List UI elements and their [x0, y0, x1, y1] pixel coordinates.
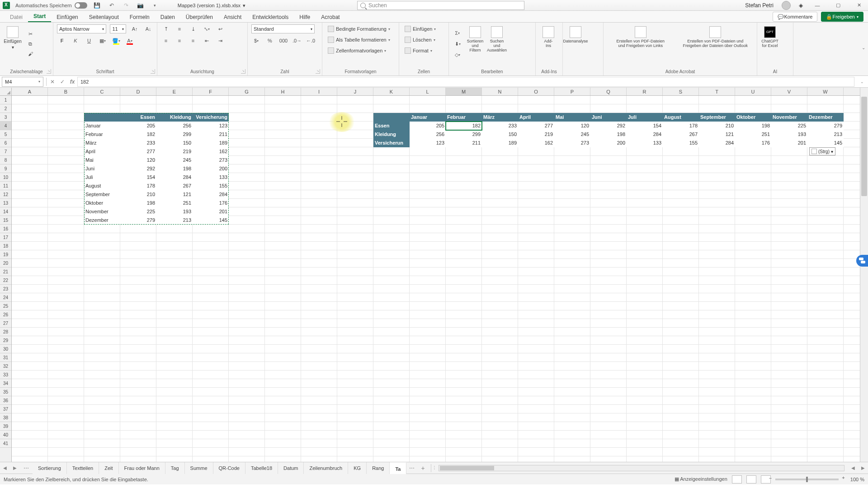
cell[interactable]: Januar — [410, 113, 446, 122]
tab-hilfe[interactable]: Hilfe — [294, 12, 316, 22]
col-header-C[interactable]: C — [84, 88, 120, 95]
tab-entwicklertools[interactable]: Entwicklertools — [247, 12, 294, 22]
sheet-tab-Rang[interactable]: Rang — [367, 462, 390, 474]
cell[interactable]: 210 — [120, 190, 156, 199]
delete-cells[interactable]: Löschen — [403, 35, 445, 44]
col-header-U[interactable]: U — [735, 88, 771, 95]
cell[interactable]: 201 — [193, 207, 229, 216]
cell[interactable]: 133 — [193, 173, 229, 182]
col-header-P[interactable]: P — [554, 88, 590, 95]
column-headers[interactable]: ABCDEFGHIJKLMNOPQRSTUVW — [12, 88, 860, 96]
vertical-scrollbar[interactable] — [860, 88, 868, 462]
cell[interactable]: Februar — [84, 130, 120, 139]
row-header-18[interactable]: 18 — [0, 242, 11, 250]
cell[interactable]: 154 — [120, 173, 156, 182]
paste-button[interactable]: Einfügen▾ — [4, 24, 22, 63]
conditional-formatting[interactable]: Bedingte Formatierung — [326, 24, 395, 33]
cell[interactable]: 251 — [735, 130, 771, 139]
tab-einfügen[interactable]: Einfügen — [51, 12, 83, 22]
autosum-icon[interactable]: Σ — [453, 28, 462, 38]
select-all-corner[interactable] — [0, 88, 12, 96]
copy-icon[interactable]: ⧉ — [25, 39, 35, 48]
format-painter-icon[interactable]: 🖌 — [25, 49, 35, 58]
cell[interactable]: 251 — [156, 199, 193, 207]
cell[interactable]: 225 — [771, 122, 807, 130]
col-header-B[interactable]: B — [48, 88, 84, 95]
row-header-38[interactable]: 38 — [0, 413, 11, 422]
hscroll-left[interactable]: ◀ — [848, 465, 858, 470]
cell[interactable]: 150 — [482, 130, 518, 139]
sheet-tab-KG[interactable]: KG — [348, 462, 367, 474]
cell[interactable]: Januar — [84, 122, 120, 130]
number-launcher[interactable]: ↘ — [316, 69, 320, 74]
add-sheet-button[interactable]: + — [417, 465, 428, 472]
name-box[interactable]: M4▾ — [2, 77, 43, 87]
number-format-select[interactable]: Standard▾ — [251, 24, 315, 33]
cell[interactable]: 120 — [554, 122, 590, 130]
cell[interactable]: 273 — [554, 139, 590, 147]
row-header-1[interactable]: 1 — [0, 96, 11, 104]
sheet-overflow-icon[interactable]: ⋯ — [406, 465, 417, 471]
cell[interactable]: Versicherun — [373, 139, 410, 147]
cell[interactable]: 150 — [156, 139, 193, 147]
row-header-26[interactable]: 26 — [0, 310, 11, 319]
row-header-34[interactable]: 34 — [0, 379, 11, 388]
sort-filter-button[interactable]: Sortieren und Filtern — [466, 24, 484, 63]
cell[interactable]: 267 — [663, 130, 699, 139]
fx-icon[interactable]: fx — [67, 77, 77, 87]
cell[interactable] — [84, 113, 120, 122]
indent-increase-icon[interactable]: ⇥ — [215, 36, 225, 45]
tab-acrobat[interactable]: Acrobat — [316, 12, 345, 22]
col-header-S[interactable]: S — [663, 88, 699, 95]
row-header-23[interactable]: 23 — [0, 285, 11, 293]
cell[interactable]: 201 — [771, 139, 807, 147]
increase-decimal-icon[interactable]: .0→ — [292, 36, 302, 45]
minimize-button[interactable]: ― — [811, 1, 824, 10]
cell[interactable]: Juni — [84, 164, 120, 173]
row-header-40[interactable]: 40 — [0, 431, 11, 439]
row-header-39[interactable]: 39 — [0, 422, 11, 431]
format-as-table[interactable]: Als Tabelle formatieren — [326, 35, 395, 44]
cell[interactable]: 198 — [156, 164, 193, 173]
cell[interactable]: 193 — [771, 130, 807, 139]
decrease-decimal-icon[interactable]: ←.0 — [306, 36, 316, 45]
cell[interactable]: 299 — [156, 130, 193, 139]
cell[interactable]: 155 — [663, 139, 699, 147]
row-header-25[interactable]: 25 — [0, 302, 11, 310]
close-button[interactable]: ✕ — [853, 1, 865, 10]
col-header-E[interactable]: E — [156, 88, 193, 95]
qat-more-icon[interactable]: ▾ — [151, 1, 160, 10]
undo-icon[interactable]: ↶ — [107, 1, 116, 10]
col-header-J[interactable]: J — [337, 88, 373, 95]
sheet-tab-Zeit[interactable]: Zeit — [99, 462, 118, 474]
cell[interactable]: Versicherung — [193, 113, 229, 122]
cell[interactable]: 284 — [156, 173, 193, 182]
cell[interactable]: 213 — [156, 216, 193, 225]
col-header-T[interactable]: T — [699, 88, 735, 95]
cell[interactable]: Juli — [627, 113, 663, 122]
cell[interactable]: 162 — [518, 139, 554, 147]
cell[interactable]: Kleidung — [156, 113, 193, 122]
copilot-side-icon[interactable] — [856, 255, 868, 267]
cell[interactable]: 121 — [156, 190, 193, 199]
col-header-W[interactable]: W — [807, 88, 844, 95]
increase-font-icon[interactable]: A↑ — [130, 24, 140, 33]
row-header-27[interactable]: 27 — [0, 319, 11, 328]
cell[interactable]: September — [84, 190, 120, 199]
view-layout-icon[interactable] — [746, 475, 756, 483]
cell[interactable]: 123 — [193, 122, 229, 130]
cell[interactable]: Mai — [84, 156, 120, 164]
cell-styles[interactable]: Zellenformatvorlagen — [326, 46, 395, 55]
tab-ansicht[interactable]: Ansicht — [218, 12, 247, 22]
cell[interactable]: 178 — [120, 182, 156, 190]
row-header-15[interactable]: 15 — [0, 216, 11, 225]
cell[interactable]: Februar — [446, 113, 482, 122]
row-header-7[interactable]: 7 — [0, 147, 11, 156]
zoom-value[interactable]: 100 % — [850, 477, 864, 482]
user-name[interactable]: Stefan Petri — [745, 2, 774, 9]
chatgpt-button[interactable]: GPTChatGPT for Excel — [761, 24, 779, 63]
cell[interactable]: 193 — [156, 207, 193, 216]
col-header-M[interactable]: M — [446, 88, 482, 95]
cell[interactable]: April — [518, 113, 554, 122]
clipboard-launcher[interactable]: ↘ — [47, 69, 51, 74]
